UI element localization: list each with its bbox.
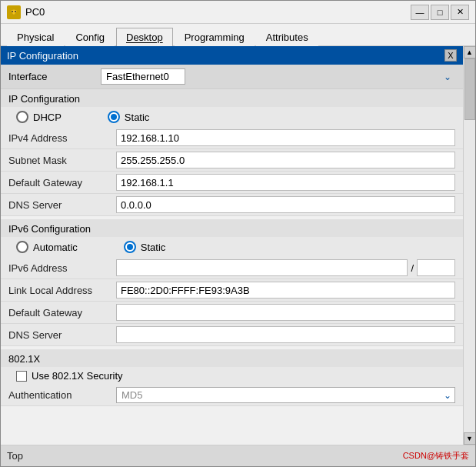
dot1x-section-label: 802.1X	[1, 349, 463, 367]
automatic-label: Automatic	[33, 242, 78, 253]
panel-title: IP Configuration	[7, 50, 78, 62]
ipv4-address-input[interactable]	[116, 129, 455, 146]
watermark: CSDN@铸铁手套	[403, 450, 469, 462]
ipv6-default-gateway-row: Default Gateway	[1, 302, 463, 324]
svg-point-2	[15, 11, 16, 12]
ipv6-address-input-group: /	[116, 259, 455, 276]
main-content: IP Configuration X Interface FastEtherne…	[1, 46, 475, 445]
bottom-bar: Top CSDN@铸铁手套	[1, 445, 475, 466]
panel-header: IP Configuration X	[1, 46, 463, 65]
ipv6-address-row: IPv6 Address /	[1, 257, 463, 279]
ip-radio-row: DHCP Static	[1, 107, 463, 127]
authentication-select[interactable]: MD5	[116, 387, 455, 403]
use-802-label: Use 802.1X Security	[32, 370, 123, 382]
dhcp-radio-circle	[16, 111, 28, 123]
static-radio[interactable]: Static	[108, 111, 150, 123]
link-local-row: Link Local Address	[1, 279, 463, 302]
top-button[interactable]: Top	[7, 450, 23, 462]
interface-label: Interface	[8, 71, 101, 82]
window-title: PC0	[25, 6, 411, 18]
static-radio-circle	[108, 111, 120, 123]
scrollbar-down-button[interactable]: ▼	[464, 432, 476, 445]
dns-server-row: DNS Server	[1, 194, 463, 216]
scrollbar-track	[464, 58, 475, 432]
tabs-bar: Physical Config Desktop Programming Attr…	[1, 24, 475, 46]
ipv4-address-row: IPv4 Address	[1, 127, 463, 149]
default-gateway-input[interactable]	[116, 174, 455, 191]
maximize-button[interactable]: □	[431, 5, 449, 20]
ipv4-address-label: IPv4 Address	[8, 132, 116, 144]
ipv6-config-section-label: IPv6 Configuration	[1, 219, 463, 237]
interface-select[interactable]: FastEthernet0	[101, 68, 185, 85]
use-802-checkbox[interactable]	[16, 371, 27, 382]
tab-attributes[interactable]: Attributes	[256, 28, 318, 46]
interface-row: Interface FastEthernet0	[1, 65, 463, 89]
dns-server-label: DNS Server	[8, 199, 116, 211]
ipv6-address-label: IPv6 Address	[8, 262, 116, 274]
panel-close-button[interactable]: X	[444, 49, 457, 62]
ipv6-static-radio[interactable]: Static	[124, 241, 166, 253]
default-gateway-row: Default Gateway	[1, 172, 463, 194]
close-button[interactable]: ✕	[451, 5, 469, 20]
ipv6-default-gateway-input[interactable]	[116, 304, 455, 321]
use-802-checkbox-row: Use 802.1X Security	[1, 367, 463, 385]
minimize-button[interactable]: —	[411, 5, 429, 20]
automatic-radio-circle	[16, 241, 28, 253]
default-gateway-label: Default Gateway	[8, 177, 116, 188]
title-bar: PC0 — □ ✕	[1, 1, 475, 24]
authentication-label: Authentication	[8, 389, 116, 401]
dhcp-radio[interactable]: DHCP	[16, 111, 62, 123]
scrollbar-up-button[interactable]: ▲	[464, 46, 476, 58]
ipv6-static-label: Static	[141, 242, 166, 253]
automatic-radio[interactable]: Automatic	[16, 241, 78, 253]
ipv6-address-input[interactable]	[116, 259, 408, 276]
link-local-label: Link Local Address	[8, 285, 116, 296]
tab-programming[interactable]: Programming	[175, 28, 255, 46]
ipv6-prefix-input[interactable]	[417, 259, 455, 276]
ipv6-static-radio-circle	[124, 241, 136, 253]
ip-config-section-label: IP Configuration	[1, 89, 463, 107]
tab-config[interactable]: Config	[65, 28, 115, 46]
main-window: PC0 — □ ✕ Physical Config Desktop Progra…	[0, 0, 476, 467]
scrollbar-thumb[interactable]	[464, 58, 475, 120]
ipv6-dns-server-label: DNS Server	[8, 329, 116, 341]
window-controls: — □ ✕	[411, 5, 469, 20]
link-local-input[interactable]	[116, 282, 455, 299]
ipv6-dns-server-input[interactable]	[116, 326, 455, 343]
app-icon	[7, 5, 21, 19]
scroll-area: IP Configuration X Interface FastEtherne…	[1, 46, 463, 445]
svg-point-1	[12, 11, 13, 12]
dns-server-input[interactable]	[116, 196, 455, 213]
subnet-mask-label: Subnet Mask	[8, 155, 116, 166]
tab-desktop[interactable]: Desktop	[116, 28, 173, 46]
ipv6-dns-server-row: DNS Server	[1, 324, 463, 346]
subnet-mask-input[interactable]	[116, 152, 455, 168]
authentication-row: Authentication MD5	[1, 385, 463, 406]
ipv6-default-gateway-label: Default Gateway	[8, 307, 116, 319]
tab-physical[interactable]: Physical	[7, 28, 64, 46]
scrollbar: ▲ ▼	[463, 46, 475, 445]
static-label: Static	[125, 112, 150, 123]
interface-select-wrap: FastEthernet0	[101, 68, 455, 85]
ipv6-radio-row: Automatic Static	[1, 237, 463, 257]
ipv6-slash: /	[411, 262, 414, 274]
dhcp-label: DHCP	[33, 112, 62, 123]
subnet-mask-row: Subnet Mask	[1, 149, 463, 172]
auth-select-wrap: MD5	[116, 387, 455, 403]
